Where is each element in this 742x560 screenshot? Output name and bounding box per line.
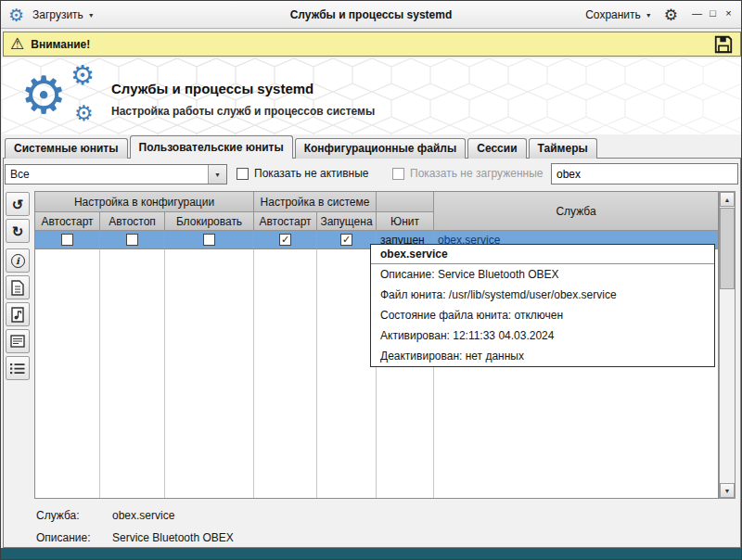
- column-header-autostart-cfg: Автостарт: [35, 212, 100, 231]
- undo-icon: ↺: [12, 197, 24, 211]
- banner-title: Службы и процессы systemd: [111, 81, 313, 96]
- app-window: ⚙ Загрузить ▼ Службы и процессы systemd …: [0, 0, 742, 560]
- show-inactive-label: Показать не активные: [254, 167, 369, 180]
- scroll-down-button[interactable]: ▼: [720, 483, 735, 498]
- checkbox-box[interactable]: [237, 168, 249, 180]
- tab-timers[interactable]: Таймеры: [529, 138, 597, 159]
- scroll-up-button[interactable]: ▲: [720, 192, 735, 207]
- checkbox[interactable]: [126, 234, 138, 246]
- tab-sessions[interactable]: Сессии: [467, 138, 526, 159]
- minimize-button[interactable]: —: [690, 6, 704, 23]
- checkbox[interactable]: ✓: [340, 234, 352, 246]
- document-icon: [11, 280, 24, 296]
- warning-triangle-icon: ⚠: [10, 36, 24, 52]
- caret-down-icon: ▼: [646, 12, 652, 19]
- list-button[interactable]: [6, 356, 30, 380]
- group-header-system: Настройка в системе: [254, 192, 377, 212]
- dropdown-arrow-button[interactable]: ▼: [208, 165, 226, 184]
- close-button[interactable]: ×: [722, 6, 736, 23]
- cell-system-running[interactable]: ✓: [317, 231, 377, 249]
- floppy-icon: [713, 34, 734, 55]
- checkbox[interactable]: [61, 234, 73, 246]
- search-input[interactable]: [551, 163, 738, 185]
- column-header-autostart-sys: Автостарт: [254, 212, 317, 231]
- save-button[interactable]: Сохранить ▼: [585, 8, 652, 21]
- bottom-strip: [1, 548, 741, 559]
- checkbox[interactable]: ✓: [279, 234, 291, 246]
- table-grid: Настройка в конфигурации Настройка в сис…: [35, 192, 718, 249]
- column-header-running: Запущена: [317, 212, 377, 231]
- show-unloaded-label: Показать не загруженные: [410, 167, 543, 180]
- tooltip-description: Описание: Service Bluetooth OBEX: [371, 264, 714, 285]
- caret-down-icon: ▼: [214, 172, 221, 178]
- scope-dropdown-value: Все: [6, 168, 208, 181]
- app-gear-icon: ⚙: [8, 6, 24, 24]
- footer-description-label: Описание:: [36, 531, 112, 544]
- caret-down-icon: ▼: [88, 12, 95, 19]
- info-button[interactable]: i: [6, 248, 30, 273]
- tab-system-units[interactable]: Системные юниты: [5, 138, 128, 159]
- footer-description-value: Service Bluetooth OBEX: [112, 531, 234, 544]
- cell-config-autostop[interactable]: [100, 231, 165, 249]
- tab-bar: Системные юниты Пользовательские юниты К…: [5, 135, 599, 159]
- app-logo-gears-icon: ⚙ ⚙ ⚙: [20, 58, 113, 134]
- group-header-config: Настройка в конфигурации: [35, 192, 254, 212]
- save-file-button[interactable]: [713, 34, 734, 55]
- tooltip-title: obex.service: [371, 245, 714, 264]
- service-tooltip: obex.service Описание: Service Bluetooth…: [370, 244, 715, 367]
- titlebar: ⚙ Загрузить ▼ Службы и процессы systemd …: [1, 1, 741, 29]
- tooltip-deactivated: Деактивирован: нет данных: [371, 346, 714, 366]
- load-button[interactable]: Загрузить ▼: [32, 8, 95, 21]
- column-header-unit: Юнит: [377, 212, 434, 231]
- refresh-icon: ↻: [12, 224, 24, 238]
- list-icon: [10, 363, 25, 375]
- tooltip-unit-file: Файл юнита: /usr/lib/systemd/user/obex.s…: [371, 285, 714, 305]
- titlebar-left: ⚙ Загрузить ▼: [8, 1, 95, 29]
- banner-subtitle: Настройка работы служб и процессов систе…: [111, 105, 375, 118]
- footer-service-label: Служба:: [36, 509, 112, 522]
- console-icon: [10, 335, 25, 348]
- save-button-label: Сохранить: [585, 8, 641, 21]
- column-header-block: Блокировать: [165, 212, 254, 231]
- checkbox-box[interactable]: [392, 168, 404, 180]
- tab-user-units[interactable]: Пользовательские юниты: [130, 135, 293, 159]
- table-scrollbar[interactable]: ▲ ▼: [719, 191, 736, 499]
- cell-config-block[interactable]: [165, 231, 254, 249]
- info-icon: i: [11, 254, 25, 268]
- column-header-autostop: Автостоп: [100, 212, 165, 231]
- settings-gear-icon[interactable]: ⚙: [664, 7, 678, 23]
- footer-description-row: Описание: Service Bluetooth OBEX: [36, 531, 234, 544]
- scope-dropdown[interactable]: Все ▼: [5, 164, 227, 185]
- console-button[interactable]: [6, 329, 30, 353]
- header-banner: ⚙ ⚙ ⚙ Службы и процессы systemd Настройк…: [2, 58, 742, 134]
- warning-label: Внимание!: [31, 38, 90, 51]
- maximize-button[interactable]: □: [706, 6, 720, 23]
- show-inactive-checkbox[interactable]: Показать не активные: [237, 167, 369, 180]
- window-title: Службы и процессы systemd: [290, 1, 453, 29]
- tooltip-activated: Активирован: 12:11:33 04.03.2024: [371, 325, 714, 346]
- undo-button[interactable]: ↺: [6, 192, 30, 216]
- tab-config-files[interactable]: Конфигурационные файлы: [295, 138, 467, 159]
- footer-service-value: obex.service: [112, 509, 174, 522]
- column-header-service: Служба: [434, 192, 718, 231]
- tooltip-unit-file-state: Состояние файла юнита: отключен: [371, 305, 714, 325]
- show-unloaded-checkbox[interactable]: Показать не загруженные: [392, 167, 543, 180]
- refresh-button[interactable]: ↻: [6, 219, 30, 243]
- unit-file-button[interactable]: [6, 275, 30, 299]
- window-controls: — □ ×: [690, 6, 736, 23]
- document-note-icon: [11, 307, 24, 323]
- cell-system-autostart[interactable]: ✓: [254, 231, 317, 249]
- checkbox[interactable]: [203, 234, 215, 246]
- scrollbar-thumb[interactable]: [720, 208, 735, 289]
- footer-service-row: Служба: obex.service: [36, 509, 174, 522]
- group-header-empty: [377, 192, 434, 212]
- titlebar-right: Сохранить ▼ ⚙ — □ ×: [585, 1, 736, 29]
- load-button-label: Загрузить: [32, 8, 83, 21]
- cell-config-autostart[interactable]: [35, 231, 100, 249]
- warning-bar: ⚠ Внимание!: [3, 32, 741, 57]
- journal-button[interactable]: [6, 302, 30, 326]
